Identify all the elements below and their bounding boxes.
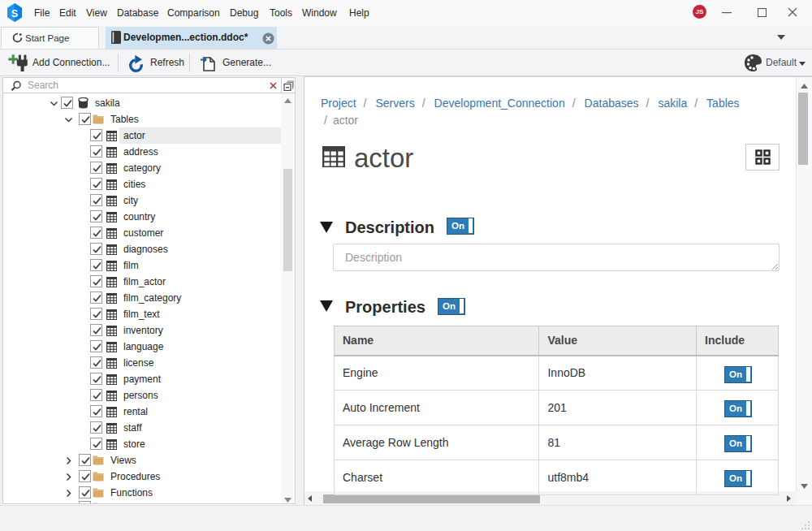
svg-text:S: S <box>11 8 18 19</box>
